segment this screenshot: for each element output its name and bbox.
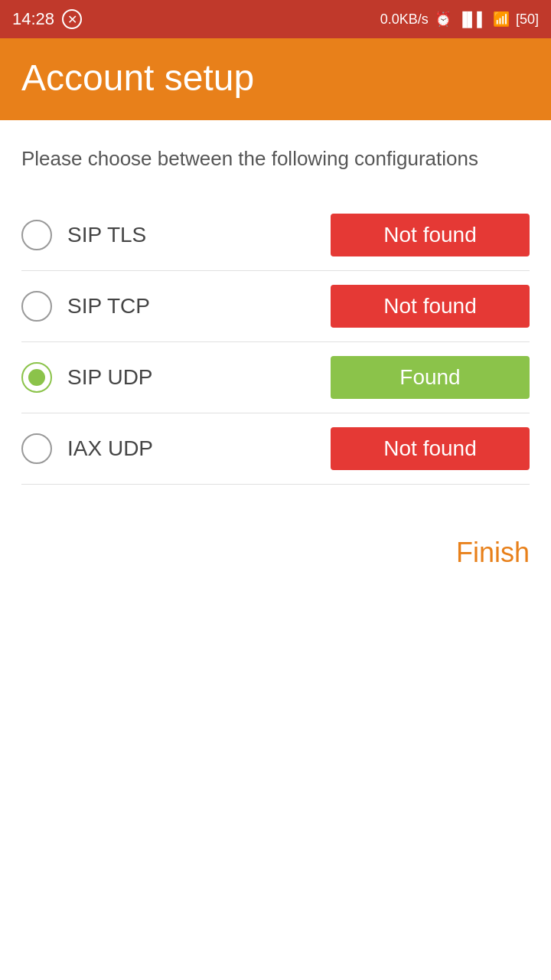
status-right: 0.0KB/s ⏰ ▐▌▌ 📶 [50]: [380, 11, 539, 28]
radio-sip-udp[interactable]: [21, 362, 52, 393]
config-row-sip-udp: SIP UDP Found: [21, 342, 530, 413]
config-label-sip-tcp: SIP TCP: [67, 294, 150, 318]
data-speed: 0.0KB/s: [380, 11, 429, 28]
finish-area: Finish: [0, 485, 551, 575]
config-row-sip-tls: SIP TLS Not found: [21, 200, 530, 271]
configuration-list: SIP TLS Not found SIP TCP Not found SIP …: [21, 200, 530, 485]
main-content: Please choose between the following conf…: [0, 120, 551, 485]
config-label-sip-tls: SIP TLS: [67, 223, 146, 247]
subtitle-text: Please choose between the following conf…: [21, 145, 530, 172]
wifi-icon: 📶: [493, 11, 510, 28]
radio-inner-sip-udp: [28, 369, 45, 386]
config-left-sip-tls: SIP TLS: [21, 220, 146, 250]
page-title: Account setup: [21, 57, 530, 99]
config-row-sip-tcp: SIP TCP Not found: [21, 271, 530, 342]
config-left-sip-udp: SIP UDP: [21, 362, 153, 393]
status-badge-iax-udp: Not found: [331, 427, 530, 470]
radio-sip-tls[interactable]: [21, 220, 52, 250]
signal-icon: ▐▌▌: [458, 11, 487, 28]
config-label-sip-udp: SIP UDP: [67, 365, 153, 390]
status-badge-sip-udp: Found: [331, 356, 530, 399]
alarm-icon: ⏰: [435, 11, 452, 28]
status-time: 14:28: [12, 9, 54, 29]
config-row-iax-udp: IAX UDP Not found: [21, 413, 530, 485]
app-header: Account setup: [0, 38, 551, 120]
status-badge-sip-tcp: Not found: [331, 285, 530, 328]
status-left: 14:28 ✕: [12, 9, 82, 29]
radio-iax-udp[interactable]: [21, 433, 52, 464]
radio-sip-tcp[interactable]: [21, 291, 52, 322]
config-left-iax-udp: IAX UDP: [21, 433, 153, 464]
config-left-sip-tcp: SIP TCP: [21, 291, 150, 322]
status-badge-sip-tls: Not found: [331, 214, 530, 256]
config-label-iax-udp: IAX UDP: [67, 436, 153, 461]
battery-icon: [50]: [516, 11, 539, 28]
finish-button[interactable]: Finish: [456, 531, 530, 575]
close-icon[interactable]: ✕: [62, 9, 82, 29]
status-bar: 14:28 ✕ 0.0KB/s ⏰ ▐▌▌ 📶 [50]: [0, 0, 551, 38]
